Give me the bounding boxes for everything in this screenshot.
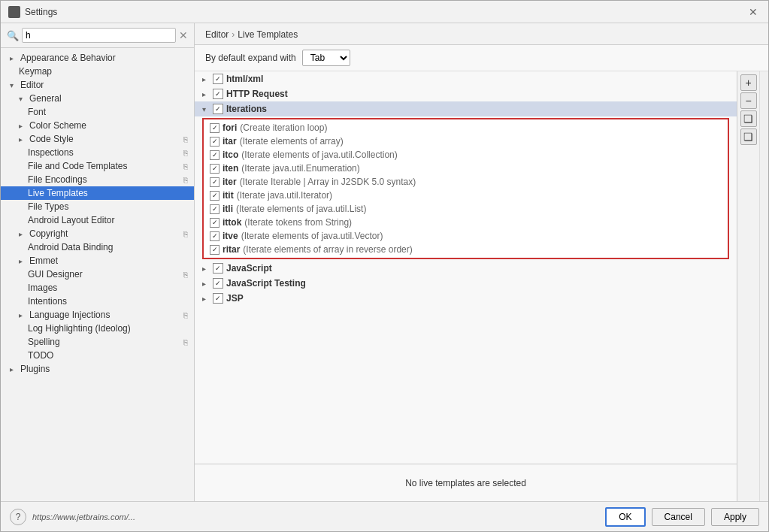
template-group-http-request[interactable]: HTTP Request (195, 86, 737, 101)
search-icon: 🔍 (7, 30, 19, 41)
expand-arrow-code-style (19, 135, 26, 144)
remove-button[interactable]: − (740, 92, 757, 109)
expand-arrow-emmet (19, 257, 26, 265)
side-buttons: + − ❏ ❏ (737, 71, 759, 501)
sidebar-item-android-data-binding[interactable]: Android Data Binding (1, 240, 194, 254)
group-checkbox-iterations[interactable] (213, 104, 223, 114)
expand-select[interactable]: Tab (302, 50, 350, 66)
group-checkbox-javascript-testing[interactable] (213, 278, 223, 289)
copy-button-2[interactable]: ❏ (740, 128, 757, 145)
iter-item-ittok[interactable]: ittok (Iterate tokens from String) (204, 216, 728, 229)
ok-button[interactable]: OK (605, 507, 645, 527)
sidebar-item-general[interactable]: General (1, 92, 194, 105)
expand-arrow-iterations (202, 105, 210, 113)
template-group-javascript-testing[interactable]: JavaScript Testing (195, 276, 737, 291)
iter-item-ritar[interactable]: ritar (Iterate elements of array in reve… (204, 243, 728, 256)
iter-checkbox-itit[interactable] (210, 191, 219, 201)
template-group-jsp[interactable]: JSP (195, 291, 737, 306)
iter-checkbox-ritar[interactable] (210, 245, 219, 255)
search-clear-button[interactable]: ✕ (179, 29, 188, 41)
sidebar-item-todo[interactable]: TODO (1, 349, 194, 362)
group-checkbox-javascript[interactable] (213, 263, 223, 274)
sidebar-item-color-scheme[interactable]: Color Scheme (1, 119, 194, 132)
sidebar-item-intentions[interactable]: Intentions (1, 295, 194, 308)
tree-area: Appearance & Behavior Keymap Editor Gene… (1, 48, 194, 501)
sidebar-item-label: Emmet (29, 255, 58, 266)
sidebar-item-language-injections[interactable]: Language Injections ⎘ (1, 308, 194, 322)
sidebar-item-inspections[interactable]: Inspections ⎘ (1, 146, 194, 159)
breadcrumb-current: Live Templates (238, 29, 298, 40)
sidebar-item-plugins[interactable]: Plugins (1, 362, 194, 376)
iter-item-fori[interactable]: fori (Create iteration loop) (204, 121, 728, 135)
cancel-button[interactable]: Cancel (652, 508, 705, 526)
iter-checkbox-iten[interactable] (210, 164, 219, 174)
iter-checkbox-iter[interactable] (210, 177, 219, 187)
group-label-javascript: JavaScript (226, 263, 272, 274)
group-checkbox-jsp[interactable] (213, 293, 223, 304)
iter-desc-itve: (Iterate elements of java.util.Vector) (241, 231, 383, 241)
iter-desc-itar: (Iterate elements of array) (240, 136, 344, 147)
sidebar-item-file-types[interactable]: File Types (1, 200, 194, 213)
close-button[interactable]: ✕ (746, 5, 761, 20)
copy-button-1[interactable]: ❏ (740, 110, 757, 127)
sidebar-item-emmet[interactable]: Emmet (1, 254, 194, 268)
sidebar-item-label: Inspections (28, 147, 74, 158)
sidebar-item-label: Android Layout Editor (28, 215, 114, 225)
sidebar-item-keymap[interactable]: Keymap (1, 65, 194, 78)
help-button[interactable]: ? (10, 509, 26, 525)
right-toolbar: By default expand with Tab (195, 45, 768, 71)
apply-button[interactable]: Apply (711, 508, 759, 526)
sidebar-item-gui-designer[interactable]: GUI Designer ⎘ (1, 268, 194, 281)
expand-arrow-color-scheme (19, 122, 26, 130)
iter-item-itit[interactable]: itit (Iterate java.util.Iterator) (204, 189, 728, 202)
iter-checkbox-itco[interactable] (210, 150, 219, 160)
sidebar-item-label: File and Code Templates (28, 161, 128, 171)
title-bar: Settings ✕ (1, 1, 768, 23)
iter-checkbox-ittok[interactable] (210, 218, 219, 228)
sidebar-item-images[interactable]: Images (1, 281, 194, 295)
right-panel: Editor › Live Templates By default expan… (195, 23, 768, 501)
iter-name-itli: itli (223, 204, 233, 214)
sidebar-item-log-highlighting[interactable]: Log Highlighting (Ideolog) (1, 322, 194, 335)
sidebar-item-label: File Encodings (28, 174, 87, 185)
sidebar-item-copyright[interactable]: Copyright ⎘ (1, 227, 194, 240)
group-checkbox-html-xml[interactable] (213, 74, 223, 84)
iter-item-itve[interactable]: itve (Iterate elements of java.util.Vect… (204, 229, 728, 243)
expand-arrow-html-xml (202, 75, 210, 83)
template-group-html-xml[interactable]: html/xml (195, 71, 737, 86)
iter-item-iter[interactable]: iter (Iterate Iterable | Array in J2SDK … (204, 175, 728, 189)
sidebar-item-appearance[interactable]: Appearance & Behavior (1, 51, 194, 65)
sidebar-item-live-templates[interactable]: Live Templates (1, 186, 194, 200)
iter-checkbox-itli[interactable] (210, 204, 219, 214)
add-button[interactable]: + (740, 74, 757, 91)
sidebar-item-code-style[interactable]: Code Style ⎘ (1, 132, 194, 146)
sidebar-item-font[interactable]: Font (1, 105, 194, 119)
iter-item-itco[interactable]: itco (Iterate elements of java.util.Coll… (204, 148, 728, 162)
template-group-iterations[interactable]: Iterations (195, 101, 737, 116)
template-group-javascript[interactable]: JavaScript (195, 261, 737, 276)
scrollbar[interactable] (759, 71, 768, 501)
sidebar-item-file-encodings[interactable]: File Encodings ⎘ (1, 173, 194, 186)
iter-checkbox-itar[interactable] (210, 137, 219, 147)
sidebar-item-label: Images (28, 283, 57, 293)
iter-checkbox-itve[interactable] (210, 231, 219, 241)
iter-checkbox-fori[interactable] (210, 123, 219, 133)
expand-arrow-editor (10, 81, 17, 89)
iter-name-itve: itve (223, 231, 238, 241)
sidebar-item-spelling[interactable]: Spelling ⎘ (1, 335, 194, 349)
iter-item-itli[interactable]: itli (Iterate elements of java.util.List… (204, 202, 728, 216)
copy-icon-gui-designer: ⎘ (183, 271, 188, 279)
sidebar-item-android-layout[interactable]: Android Layout Editor (1, 213, 194, 227)
iter-item-itar[interactable]: itar (Iterate elements of array) (204, 135, 728, 148)
sidebar-item-editor[interactable]: Editor (1, 78, 194, 92)
sidebar-item-file-code-templates[interactable]: File and Code Templates ⎘ (1, 159, 194, 173)
iter-name-ittok: ittok (223, 217, 241, 228)
iter-name-itco: itco (223, 150, 238, 160)
group-checkbox-http-request[interactable] (213, 89, 223, 99)
left-panel: 🔍 ✕ Appearance & Behavior Keymap Editor (1, 23, 195, 501)
search-input[interactable] (22, 28, 176, 43)
app-icon (8, 6, 20, 18)
iter-item-iten[interactable]: iten (Iterate java.util.Enumeration) (204, 162, 728, 175)
sidebar-item-label: Live Templates (28, 188, 88, 198)
expand-arrow-copyright (19, 230, 26, 238)
